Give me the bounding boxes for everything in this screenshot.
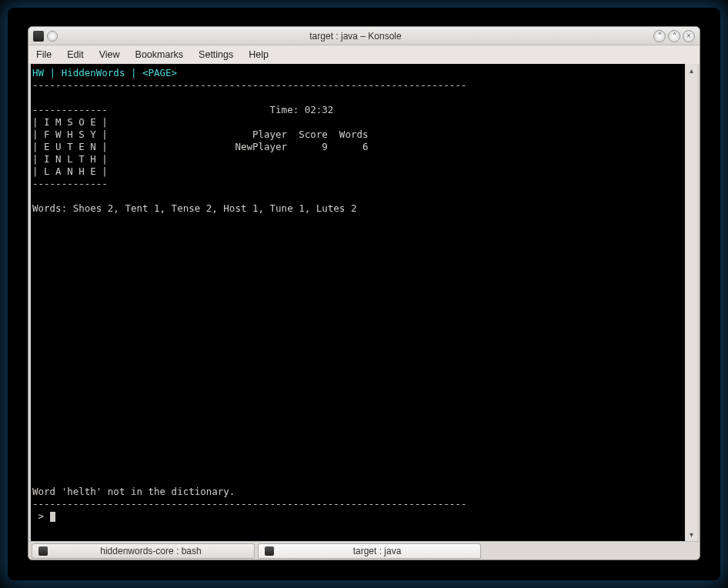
tab-label: hiddenwords-core : bash bbox=[54, 546, 248, 556]
window-title: target : java – Konsole bbox=[58, 31, 653, 42]
board-row: | I M S O E | bbox=[32, 116, 108, 128]
board-top: ------------- bbox=[32, 104, 108, 115]
menu-file[interactable]: File bbox=[36, 49, 52, 60]
terminal-icon bbox=[265, 546, 274, 556]
pin-button[interactable] bbox=[47, 31, 58, 42]
tab-target-java[interactable]: target : java bbox=[258, 543, 481, 559]
tab-hiddenwords-bash[interactable]: hiddenwords-core : bash bbox=[32, 543, 255, 559]
terminal-icon bbox=[38, 546, 48, 556]
terminal-output[interactable]: HW | HiddenWords | <PAGE> --------------… bbox=[31, 64, 685, 541]
scroll-down-icon[interactable]: ▾ bbox=[690, 530, 693, 539]
maximize-button[interactable]: ˄ bbox=[668, 30, 680, 42]
scroll-up-icon[interactable]: ▴ bbox=[690, 66, 693, 75]
score-header: Player Score Words bbox=[108, 129, 369, 140]
app-icon bbox=[33, 31, 44, 42]
menu-settings[interactable]: Settings bbox=[199, 49, 233, 60]
menu-edit[interactable]: Edit bbox=[67, 49, 84, 60]
menu-help[interactable]: Help bbox=[249, 49, 269, 60]
time-line: Time: 02:32 bbox=[108, 104, 334, 115]
board-row: | L A N H E | bbox=[32, 165, 108, 177]
words-line: Words: Shoes 2, Tent 1, Tense 2, Host 1,… bbox=[32, 202, 356, 214]
board-row: | I N L T H | bbox=[32, 153, 108, 165]
tab-bar: hiddenwords-core : bash target : java bbox=[28, 541, 700, 560]
error-line: Word 'helth' not in the dictionary. bbox=[32, 486, 235, 497]
board-bot: ------------- bbox=[32, 178, 108, 189]
board-row: | F W H S Y | bbox=[32, 129, 108, 140]
close-button[interactable]: × bbox=[683, 30, 695, 42]
menubar: File Edit View Bookmarks Settings Help bbox=[28, 45, 700, 64]
menu-bookmarks[interactable]: Bookmarks bbox=[135, 49, 184, 60]
konsole-window: target : java – Konsole ˅ ˄ × File Edit … bbox=[28, 26, 700, 560]
titlebar[interactable]: target : java – Konsole ˅ ˄ × bbox=[28, 27, 700, 45]
cursor bbox=[50, 512, 55, 522]
divider: ----------------------------------------… bbox=[32, 498, 466, 509]
score-row: NewPlayer 9 6 bbox=[108, 141, 369, 152]
divider: ----------------------------------------… bbox=[32, 79, 466, 91]
prompt: > bbox=[32, 510, 50, 522]
tab-label: target : java bbox=[280, 546, 474, 556]
menu-view[interactable]: View bbox=[99, 49, 120, 60]
board-row: | E U T E N | bbox=[32, 141, 108, 152]
term-header: HW | HiddenWords | <PAGE> bbox=[32, 67, 177, 79]
scrollbar[interactable]: ▴ ▾ bbox=[685, 64, 697, 541]
minimize-button[interactable]: ˅ bbox=[653, 30, 666, 42]
